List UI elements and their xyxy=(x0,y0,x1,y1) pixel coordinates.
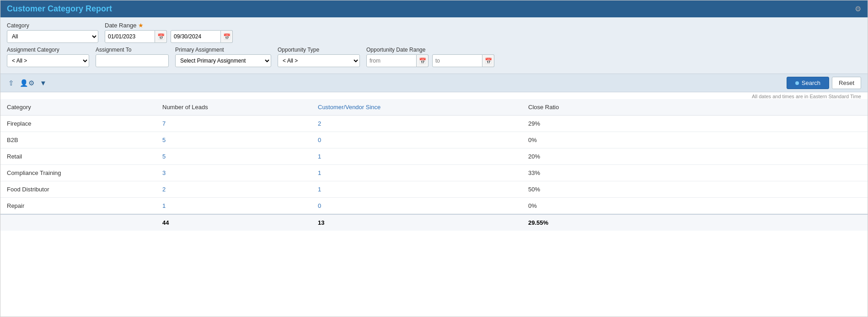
date-end-wrap: 09/30/2024 📅 xyxy=(171,30,233,43)
search-button[interactable]: Search xyxy=(787,77,829,89)
col-header-since: Customer/Vendor Since xyxy=(311,99,522,116)
filter-row-2: Assignment Category < All > Assignment T… xyxy=(7,47,861,67)
opp-date-from-calendar-icon[interactable]: 📅 xyxy=(417,54,429,67)
assignment-category-select[interactable]: < All > xyxy=(7,54,89,67)
action-right: Search Reset xyxy=(787,77,861,89)
cell-ratio: 50% xyxy=(522,181,868,198)
table-footer-row: 44 13 29.55% xyxy=(0,214,868,231)
cell-since[interactable]: 0 xyxy=(311,132,522,148)
header: Customer Category Report ⚙ xyxy=(0,0,868,17)
cell-since[interactable]: 2 xyxy=(311,116,522,132)
action-bar: ⇧ 👤⚙ ▼ Search Reset xyxy=(0,74,868,92)
cell-since[interactable]: 1 xyxy=(311,165,522,181)
cell-leads[interactable]: 5 xyxy=(156,148,311,165)
footer-category xyxy=(0,214,156,231)
dropdown-button[interactable]: ▼ xyxy=(38,78,48,88)
assignment-to-input[interactable] xyxy=(96,54,169,67)
page-title: Customer Category Report xyxy=(7,4,112,14)
cell-category: Retail xyxy=(0,148,156,165)
cell-leads[interactable]: 5 xyxy=(156,132,311,148)
table-row: Retail 5 1 20% xyxy=(0,148,868,165)
table-row: Food Distributor 2 1 50% xyxy=(0,181,868,198)
cell-ratio: 0% xyxy=(522,198,868,215)
opportunity-type-select[interactable]: < All > xyxy=(278,54,360,67)
cell-leads[interactable]: 1 xyxy=(156,198,311,215)
opp-date-to-input[interactable] xyxy=(432,54,482,67)
cell-since[interactable]: 1 xyxy=(311,181,522,198)
footer-since: 13 xyxy=(311,214,522,231)
date-range-label: Date Range ★ xyxy=(105,22,233,29)
opp-date-to-wrap: 📅 xyxy=(432,54,494,67)
opp-date-from-input[interactable] xyxy=(366,54,417,67)
app-container: Customer Category Report ⚙ Category All … xyxy=(0,0,868,317)
timezone-note: All dates and times are in Eastern Stand… xyxy=(0,92,868,99)
action-left: ⇧ 👤⚙ ▼ xyxy=(7,78,48,89)
col-header-leads: Number of Leads xyxy=(156,99,311,116)
filter-group-category: Category All Fireplace B2B Retail Compli… xyxy=(7,22,98,43)
primary-assignment-select[interactable]: Select Primary Assignment xyxy=(175,54,271,67)
cell-ratio: 29% xyxy=(522,116,868,132)
opp-date-range-inputs: 📅 📅 xyxy=(366,54,494,67)
footer-ratio: 29.55% xyxy=(522,214,868,231)
date-start-wrap: 01/01/2023 📅 xyxy=(105,30,167,43)
cell-since[interactable]: 1 xyxy=(311,148,522,165)
category-label: Category xyxy=(7,22,98,29)
cell-category: Food Distributor xyxy=(0,181,156,198)
footer-leads: 44 xyxy=(156,214,311,231)
collapse-button[interactable]: ⇧ xyxy=(7,78,16,89)
cell-leads[interactable]: 3 xyxy=(156,165,311,181)
filter-group-assignment-category: Assignment Category < All > xyxy=(7,47,89,67)
search-button-label: Search xyxy=(802,79,820,86)
assignment-to-label: Assignment To xyxy=(96,47,169,53)
table-row: Repair 1 0 0% xyxy=(0,198,868,215)
col-header-category: Category xyxy=(0,99,156,116)
date-end-input[interactable]: 09/30/2024 xyxy=(171,30,221,43)
table-row: Compliance Training 3 1 33% xyxy=(0,165,868,181)
report-table: Category Number of Leads Customer/Vendor… xyxy=(0,99,868,231)
table-header: Category Number of Leads Customer/Vendor… xyxy=(0,99,868,116)
cell-leads[interactable]: 7 xyxy=(156,116,311,132)
filter-group-date-range: Date Range ★ 01/01/2023 📅 09/30/2024 📅 xyxy=(105,22,233,43)
filter-group-assignment-to: Assignment To xyxy=(96,47,169,67)
primary-assignment-label: Primary Assignment xyxy=(175,47,271,53)
table-row: Fireplace 7 2 29% xyxy=(0,116,868,132)
col-header-ratio: Close Ratio xyxy=(522,99,868,116)
date-start-input[interactable]: 01/01/2023 xyxy=(105,30,155,43)
opportunity-type-label: Opportunity Type xyxy=(278,47,360,53)
table-row: B2B 5 0 0% xyxy=(0,132,868,148)
table-footer: 44 13 29.55% xyxy=(0,214,868,231)
cell-ratio: 20% xyxy=(522,148,868,165)
search-dot-icon xyxy=(795,81,799,85)
filter-area: Category All Fireplace B2B Retail Compli… xyxy=(0,17,868,74)
cell-category: Repair xyxy=(0,198,156,215)
filter-group-opportunity-date-range: Opportunity Date Range 📅 📅 xyxy=(366,47,494,67)
user-settings-button[interactable]: 👤⚙ xyxy=(18,78,36,89)
table-body: Fireplace 7 2 29% B2B 5 0 0% Retail 5 1 … xyxy=(0,116,868,215)
opp-date-from-wrap: 📅 xyxy=(366,54,429,67)
cell-leads[interactable]: 2 xyxy=(156,181,311,198)
filter-row-1: Category All Fireplace B2B Retail Compli… xyxy=(7,22,861,43)
category-select[interactable]: All Fireplace B2B Retail Compliance Trai… xyxy=(7,30,98,43)
assignment-category-label: Assignment Category xyxy=(7,47,89,53)
required-indicator: ★ xyxy=(138,22,144,29)
cell-category: B2B xyxy=(0,132,156,148)
opportunity-date-range-label: Opportunity Date Range xyxy=(366,47,494,53)
table-area: Category Number of Leads Customer/Vendor… xyxy=(0,99,868,231)
gear-icon[interactable]: ⚙ xyxy=(855,5,861,13)
opp-date-to-calendar-icon[interactable]: 📅 xyxy=(482,54,494,67)
cell-since[interactable]: 0 xyxy=(311,198,522,215)
cell-category: Compliance Training xyxy=(0,165,156,181)
reset-button[interactable]: Reset xyxy=(832,77,861,89)
date-end-calendar-icon[interactable]: 📅 xyxy=(221,30,233,43)
filter-group-primary-assignment: Primary Assignment Select Primary Assign… xyxy=(175,47,271,67)
cell-ratio: 33% xyxy=(522,165,868,181)
cell-ratio: 0% xyxy=(522,132,868,148)
date-start-calendar-icon[interactable]: 📅 xyxy=(155,30,167,43)
primary-assignment-wrap: Select Primary Assignment xyxy=(175,54,271,67)
table-header-row: Category Number of Leads Customer/Vendor… xyxy=(0,99,868,116)
filter-group-opportunity-type: Opportunity Type < All > xyxy=(278,47,360,67)
cell-category: Fireplace xyxy=(0,116,156,132)
